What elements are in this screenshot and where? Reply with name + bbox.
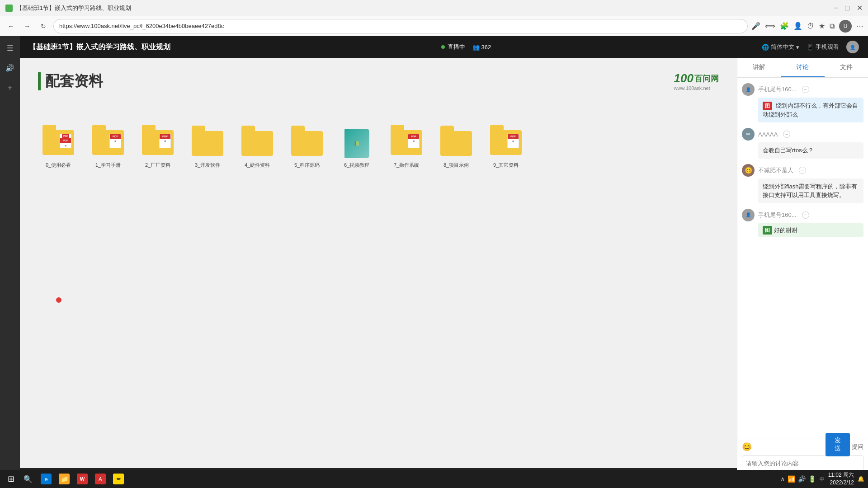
minus-button[interactable]: − bbox=[802, 211, 809, 219]
refresh-button[interactable]: ↻ bbox=[37, 20, 50, 33]
minus-button[interactable]: − bbox=[802, 86, 809, 93]
file-icon-wrapper bbox=[239, 127, 275, 159]
stream-right-icons: 🌐 简体中文 ▾ 📱 手机观看 👤 bbox=[762, 41, 859, 53]
browser-tab[interactable]: 【基础班1节】嵌入式的学习路线、职业规划 bbox=[5, 4, 131, 12]
file-label: 5_程序源码 bbox=[294, 162, 320, 169]
tab-discussion-label: 讨论 bbox=[796, 63, 809, 71]
account-icon[interactable]: 👤 bbox=[793, 22, 802, 30]
mobile-view-button[interactable]: 📱 手机观看 bbox=[807, 43, 839, 51]
list-item[interactable]: 8_项目示例 bbox=[436, 127, 476, 169]
language-selector[interactable]: 🌐 简体中文 ▾ bbox=[762, 43, 799, 51]
list-item[interactable]: PDF ≡ 0_使用必看 bbox=[38, 127, 79, 169]
sidebar-nav-icon[interactable]: ☰ bbox=[3, 41, 17, 55]
taskbar-clock[interactable]: 11:02 周六 2022/2/12 bbox=[828, 471, 854, 487]
network-icon: 📶 bbox=[788, 475, 795, 483]
chat-messages: 👤 手机尾号160... − 图 绕到内部不行么，有外部它会自动绕到外部么 bbox=[737, 78, 868, 438]
history-icon[interactable]: ⏱ bbox=[807, 22, 814, 30]
minimize-button[interactable]: − bbox=[834, 4, 838, 12]
chat-panel: 讲解 讨论 文件 👤 bbox=[737, 58, 868, 488]
list-item[interactable]: PDF ≡ 7_操作系统 bbox=[386, 127, 427, 169]
taskbar-app-edge[interactable]: e bbox=[38, 471, 54, 487]
avatar-emoji: 😊 bbox=[745, 167, 752, 174]
clock-time: 11:02 周六 bbox=[828, 471, 854, 479]
content-area: 【基础班1节】嵌入式的学习路线、职业规划 直播中 👥 362 🌐 简体中文 ▾ bbox=[20, 36, 868, 488]
message-user-row: 👤 手机尾号160... − bbox=[742, 209, 863, 221]
microphone-icon[interactable]: 🎤 bbox=[751, 22, 760, 30]
battery-icon: 🔋 bbox=[808, 475, 816, 483]
file-label: 6_视频教程 bbox=[344, 162, 369, 169]
tab-files[interactable]: 文件 bbox=[825, 58, 868, 77]
file-icon-wrapper bbox=[189, 127, 226, 159]
sidebar-add-icon[interactable]: ＋ bbox=[3, 80, 17, 95]
live-badge: 直播中 bbox=[441, 43, 465, 51]
notification-button[interactable]: 🔔 bbox=[858, 476, 864, 482]
translate-icon[interactable]: ⟺ bbox=[765, 22, 775, 30]
sidebar-volume-icon[interactable]: 🔊 bbox=[3, 61, 17, 75]
user-avatar[interactable]: U bbox=[839, 20, 852, 33]
message-text: 好的谢谢 bbox=[774, 226, 797, 235]
tab-discussion[interactable]: 讨论 bbox=[781, 58, 824, 77]
list-item[interactable]: PDF ≡ 1_学习手册 bbox=[88, 127, 128, 169]
file-icon-wrapper: PDF ≡ bbox=[388, 127, 425, 159]
collections-icon[interactable]: ⧉ bbox=[830, 22, 835, 30]
folder-icon bbox=[241, 131, 273, 156]
file-label: 2_厂厂资料 bbox=[145, 162, 170, 169]
minus-button[interactable]: − bbox=[783, 131, 790, 138]
user-avatar: ≡≡ bbox=[742, 128, 755, 141]
close-button[interactable]: ✕ bbox=[857, 4, 863, 12]
back-button[interactable]: ← bbox=[5, 20, 17, 33]
list-item[interactable]: 5_程序源码 bbox=[287, 127, 327, 169]
chat-tabs: 讲解 讨论 文件 bbox=[737, 58, 868, 78]
file-icon-wrapper: PDF ≡ bbox=[40, 127, 76, 159]
extension-icon[interactable]: 🧩 bbox=[780, 22, 789, 30]
browser-titlebar: 【基础班1节】嵌入式的学习路线、职业规划 − □ ✕ bbox=[0, 0, 868, 16]
chat-bubble: 图 好的谢谢 bbox=[758, 223, 863, 238]
favorites-icon[interactable]: ★ bbox=[819, 22, 825, 30]
taskbar-app-wps[interactable]: W bbox=[74, 471, 90, 487]
file-label: 3_开发软件 bbox=[195, 162, 220, 169]
minus-button[interactable]: − bbox=[799, 167, 806, 174]
live-dot bbox=[441, 45, 445, 49]
folder-pdf-icon: PDF ≡ bbox=[142, 130, 174, 156]
emoji-button[interactable]: 😊 bbox=[742, 442, 752, 452]
chevron-down-icon: ▾ bbox=[796, 44, 799, 51]
explorer-icon: 📁 bbox=[59, 474, 70, 484]
file-label: 8_项目示例 bbox=[443, 162, 469, 169]
input-method[interactable]: 中 bbox=[820, 476, 825, 483]
viewers-count: 👥 362 bbox=[472, 44, 491, 51]
stream-user-avatar[interactable]: 👤 bbox=[846, 41, 859, 53]
forward-button[interactable]: → bbox=[21, 20, 33, 33]
list-item[interactable]: 📗 6_视频教程 bbox=[336, 127, 377, 169]
list-item[interactable]: PDF ≡ 9_其它资料 bbox=[486, 127, 526, 169]
taskbar-app-tool[interactable]: ✏ bbox=[110, 471, 127, 487]
list-item[interactable]: PDF ≡ 2_厂厂资料 bbox=[137, 127, 178, 169]
user-avatar: 👤 bbox=[742, 83, 755, 96]
tab-lecture[interactable]: 讲解 bbox=[737, 58, 781, 77]
folder-icon bbox=[192, 131, 223, 156]
file-label: 0_使用必看 bbox=[46, 162, 71, 169]
folder-icon bbox=[440, 131, 472, 156]
file-icon-wrapper: PDF ≡ bbox=[488, 127, 524, 159]
start-button[interactable]: ⊞ bbox=[4, 472, 18, 486]
taskbar-app-explorer[interactable]: 📁 bbox=[56, 471, 72, 487]
file-icon-wrapper bbox=[289, 127, 325, 159]
tray-chevron[interactable]: ∧ bbox=[780, 475, 785, 483]
send-button[interactable]: 发送 bbox=[826, 433, 850, 456]
maximize-button[interactable]: □ bbox=[845, 4, 849, 12]
taskbar-app-acrobat[interactable]: A bbox=[92, 471, 108, 487]
tab-favicon bbox=[5, 5, 13, 12]
taskbar-apps: e 📁 W A ✏ bbox=[38, 471, 127, 487]
message-user-row: ≡≡ AAAAA − bbox=[742, 128, 863, 141]
more-button[interactable]: ⋯ bbox=[856, 22, 863, 30]
list-item[interactable]: 3_开发软件 bbox=[187, 127, 228, 169]
chat-message: 👤 手机尾号160... − 图 好的谢谢 bbox=[742, 209, 863, 238]
address-bar[interactable]: https://www.100ask.net/live_pc/l_6200e34… bbox=[53, 19, 748, 33]
brand-name: 百问网 bbox=[694, 73, 719, 84]
file-label: 7_操作系统 bbox=[394, 162, 419, 169]
mobile-text: 手机观看 bbox=[816, 43, 839, 51]
list-item[interactable]: 4_硬件资料 bbox=[237, 127, 278, 169]
user-avatar: 😊 bbox=[742, 164, 755, 177]
video-player[interactable]: 配套资料 100 百问网 www.100ask.net bbox=[20, 58, 737, 488]
search-button[interactable]: 🔍 bbox=[21, 472, 35, 486]
window-controls: − □ ✕ bbox=[834, 4, 863, 12]
